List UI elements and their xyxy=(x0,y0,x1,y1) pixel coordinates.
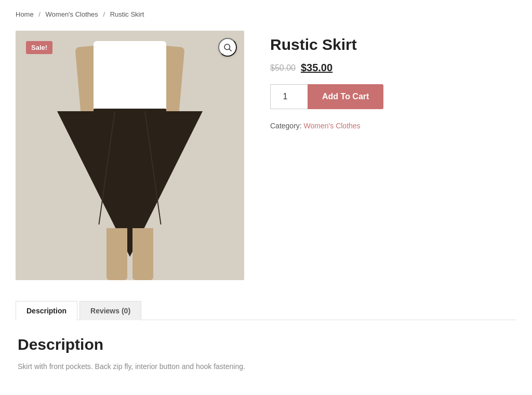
original-price: $50.00 xyxy=(270,63,296,73)
product-title: Rustic Skirt xyxy=(270,36,516,54)
figure-legs xyxy=(104,228,156,280)
purchase-row: Add To Cart xyxy=(270,84,516,109)
breadcrumb: Home / Women's Clothes / Rustic Skirt xyxy=(16,10,516,18)
price-container: $50.00 $35.00 xyxy=(270,62,516,74)
product-image-wrapper: Sale! xyxy=(16,31,244,280)
search-icon xyxy=(223,43,232,52)
description-section: Description Skirt with front pockets. Ba… xyxy=(16,336,516,372)
figure-leg-right xyxy=(132,228,153,280)
tab-reviews[interactable]: Reviews (0) xyxy=(79,301,141,320)
sale-badge: Sale! xyxy=(26,41,52,54)
description-text: Skirt with front pockets. Back zip fly, … xyxy=(18,361,514,372)
breadcrumb-sep-1: / xyxy=(38,10,41,18)
category-row: Category: Women's Clothes xyxy=(270,122,516,130)
page-wrapper: Home / Women's Clothes / Rustic Skirt xyxy=(0,0,532,383)
tab-description[interactable]: Description xyxy=(16,301,77,320)
category-label: Category: xyxy=(270,122,302,130)
product-image xyxy=(16,31,244,280)
zoom-button[interactable] xyxy=(218,38,237,57)
product-figure xyxy=(57,31,203,280)
breadcrumb-home[interactable]: Home xyxy=(16,10,34,18)
breadcrumb-current: Rustic Skirt xyxy=(110,10,144,18)
add-to-cart-button[interactable]: Add To Cart xyxy=(308,84,383,109)
product-details: Rustic Skirt $50.00 $35.00 Add To Cart C… xyxy=(270,31,516,280)
breadcrumb-sep-2: / xyxy=(103,10,105,18)
sale-price: $35.00 xyxy=(301,62,332,74)
tabs-container: Description Reviews (0) xyxy=(16,301,516,320)
description-heading: Description xyxy=(18,336,514,353)
category-link[interactable]: Women's Clothes xyxy=(304,122,361,130)
product-container: Sale! Rustic Skirt $50.00 $35.00 Add To … xyxy=(16,31,516,280)
svg-point-0 xyxy=(224,44,230,50)
svg-line-1 xyxy=(229,49,231,51)
figure-leg-left xyxy=(107,228,127,280)
quantity-input[interactable] xyxy=(270,84,308,109)
breadcrumb-category[interactable]: Women's Clothes xyxy=(46,10,98,18)
